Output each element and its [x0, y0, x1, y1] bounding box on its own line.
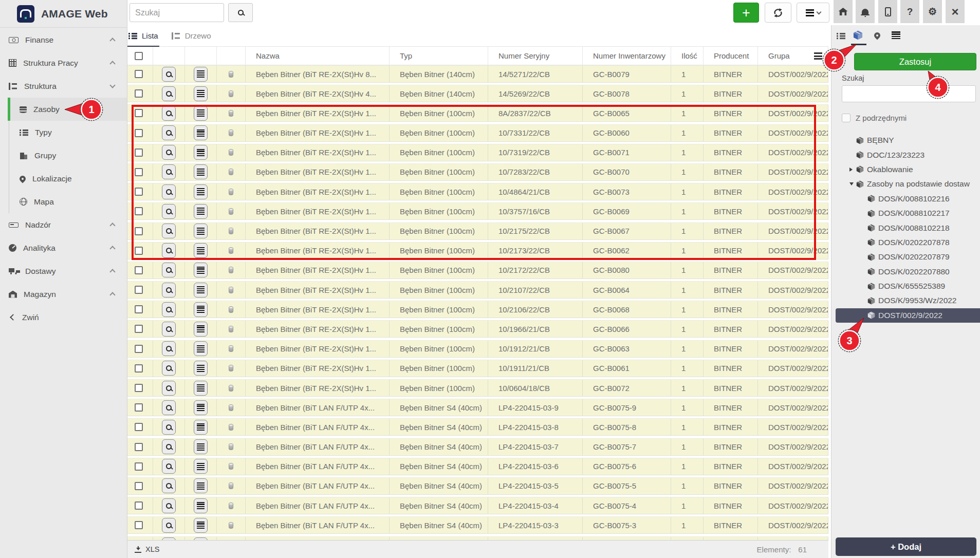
row-menu-button[interactable]	[194, 420, 208, 435]
tab-lista[interactable]: Lista	[127, 25, 159, 47]
row-checkbox[interactable]	[135, 501, 143, 510]
column-config-button[interactable]	[814, 52, 822, 62]
search-button[interactable]	[228, 3, 253, 22]
row-checkbox[interactable]	[135, 423, 143, 431]
row-menu-button[interactable]	[194, 283, 208, 297]
tree-item[interactable]: DOS/K/9953/Wz/2022	[831, 293, 980, 308]
row-checkbox[interactable]	[135, 403, 143, 412]
sidebar-item[interactable]: Struktura	[0, 75, 127, 98]
row-menu-button[interactable]	[194, 439, 208, 454]
row-checkbox[interactable]	[135, 345, 143, 353]
sidebar-item[interactable]: Mapa	[9, 190, 127, 213]
preview-button[interactable]	[162, 498, 176, 513]
row-menu-button[interactable]	[194, 400, 208, 415]
preview-button[interactable]	[162, 459, 176, 474]
row-menu-button[interactable]	[194, 67, 208, 82]
tree-item[interactable]: Okablowanie	[831, 162, 980, 177]
sidebar-item[interactable]: Typy	[9, 121, 127, 144]
with-children-option[interactable]: Z podrzędnymi	[842, 114, 907, 122]
expander-icon[interactable]	[849, 168, 856, 172]
sidebar-item[interactable]: Zasoby	[9, 98, 127, 121]
row-menu-button[interactable]	[194, 459, 208, 474]
row-menu-button[interactable]	[194, 204, 208, 219]
tree-item[interactable]: DOST/002/9/2022	[836, 308, 980, 323]
row-checkbox[interactable]	[135, 462, 143, 471]
add-group-button[interactable]: + Dodaj	[836, 537, 976, 556]
tree-item[interactable]: DOS/K/0088102218	[831, 220, 980, 235]
row-checkbox[interactable]	[135, 384, 143, 392]
help-button[interactable]: ?	[900, 0, 919, 23]
home-button[interactable]	[834, 0, 853, 23]
tree-item[interactable]: DOS/K/0202207878	[831, 235, 980, 250]
row-menu-button[interactable]	[194, 341, 208, 356]
preview-button[interactable]	[162, 67, 176, 82]
row-checkbox[interactable]	[135, 266, 143, 274]
panel-tab-locations[interactable]	[874, 31, 880, 41]
row-checkbox[interactable]	[135, 325, 143, 333]
preview-button[interactable]	[162, 263, 176, 277]
search-input[interactable]	[130, 3, 224, 22]
preview-button[interactable]	[162, 184, 176, 199]
row-menu-button[interactable]	[194, 106, 208, 121]
tab-drzewo[interactable]: Drzewo	[171, 25, 212, 47]
preview-button[interactable]	[162, 420, 176, 435]
col-header-numer-inwentarzowy[interactable]: Numer Inwentarzowy	[583, 47, 671, 65]
preview-button[interactable]	[162, 224, 176, 238]
col-header-typ[interactable]: Typ	[390, 47, 488, 65]
row-checkbox[interactable]	[135, 521, 143, 529]
panel-tab-list[interactable]	[837, 32, 845, 41]
preview-button[interactable]	[162, 106, 176, 121]
panel-tab-groups[interactable]	[853, 30, 863, 42]
row-menu-button[interactable]	[194, 164, 208, 179]
preview-button[interactable]	[162, 381, 176, 396]
sidebar-item[interactable]: Lokalizacje	[9, 167, 127, 190]
row-menu-button[interactable]	[194, 184, 208, 199]
row-menu-button[interactable]	[194, 498, 208, 513]
col-header-nazwa[interactable]: Nazwa	[246, 47, 390, 65]
row-checkbox[interactable]	[135, 109, 143, 117]
row-checkbox[interactable]	[135, 89, 143, 98]
preview-button[interactable]	[162, 86, 176, 101]
preview-button[interactable]	[162, 283, 176, 297]
preview-button[interactable]	[162, 204, 176, 219]
row-menu-button[interactable]	[194, 381, 208, 396]
row-checkbox[interactable]	[135, 129, 143, 137]
row-checkbox[interactable]	[135, 364, 143, 373]
sidebar-item[interactable]: Dostawy	[0, 259, 127, 283]
expander-icon[interactable]	[849, 180, 856, 188]
tree-item[interactable]: DOS/K/0088102216	[831, 192, 980, 206]
row-menu-button[interactable]	[194, 322, 208, 337]
tree-item[interactable]: Zasoby na podstawie dostaw	[831, 177, 980, 191]
export-xls-button[interactable]: XLS	[135, 545, 159, 553]
sidebar-item[interactable]: Magazyn	[0, 283, 127, 306]
row-menu-button[interactable]	[194, 125, 208, 140]
preview-button[interactable]	[162, 341, 176, 356]
mobile-button[interactable]	[878, 0, 897, 23]
row-checkbox[interactable]	[135, 247, 143, 255]
add-button[interactable]: +	[733, 3, 759, 23]
row-checkbox[interactable]	[135, 482, 143, 490]
sidebar-item[interactable]: Finanse	[0, 28, 127, 51]
tree-item[interactable]: DOS/K/655525389	[831, 279, 980, 293]
tree-item[interactable]: DOS/K/0088102217	[831, 206, 980, 220]
row-menu-button[interactable]	[194, 361, 208, 376]
row-menu-button[interactable]	[194, 86, 208, 101]
notifications-button[interactable]	[856, 0, 875, 23]
preview-button[interactable]	[162, 361, 176, 376]
row-menu-button[interactable]	[194, 243, 208, 258]
col-header-numer-seryjny[interactable]: Numer Seryjny	[488, 47, 583, 65]
row-checkbox[interactable]	[135, 207, 143, 215]
sidebar-item[interactable]: Analityka	[0, 236, 127, 259]
row-checkbox[interactable]	[135, 305, 143, 313]
tree-item[interactable]: BĘBNY	[831, 133, 980, 147]
row-checkbox[interactable]	[135, 168, 143, 176]
select-all-checkbox[interactable]	[135, 52, 143, 60]
row-menu-button[interactable]	[194, 518, 208, 533]
tree-item[interactable]: DOC/123/23223	[831, 147, 980, 162]
preview-button[interactable]	[162, 243, 176, 258]
actions-menu-button[interactable]	[797, 3, 829, 23]
col-header-ilosc[interactable]: Ilość	[671, 47, 704, 65]
preview-button[interactable]	[162, 518, 176, 533]
row-menu-button[interactable]	[194, 145, 208, 160]
col-header-producent[interactable]: Producent	[704, 47, 758, 65]
